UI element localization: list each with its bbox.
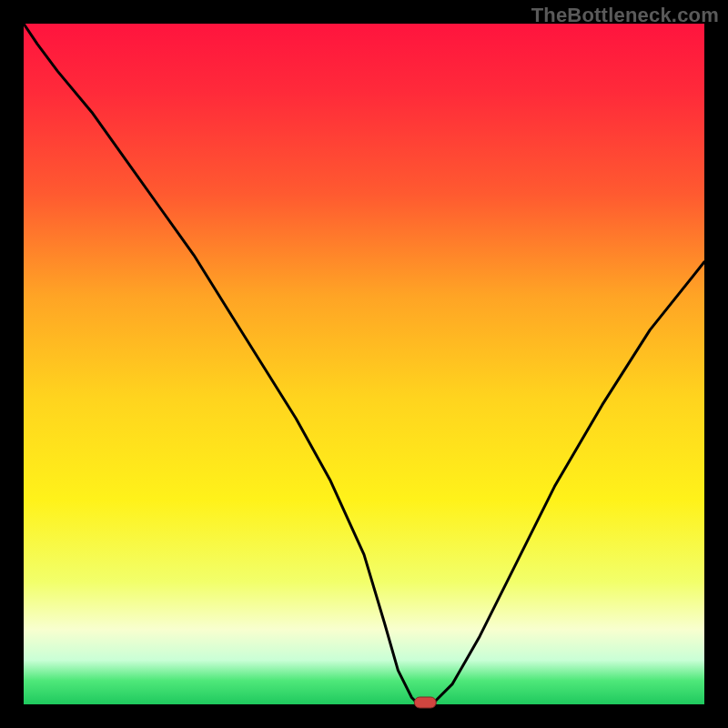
optimal-marker <box>414 697 436 708</box>
watermark-text: TheBottleneck.com <box>531 4 719 27</box>
chart-frame: TheBottleneck.com <box>0 0 728 728</box>
plot-background <box>24 24 704 704</box>
bottleneck-chart <box>0 0 728 728</box>
